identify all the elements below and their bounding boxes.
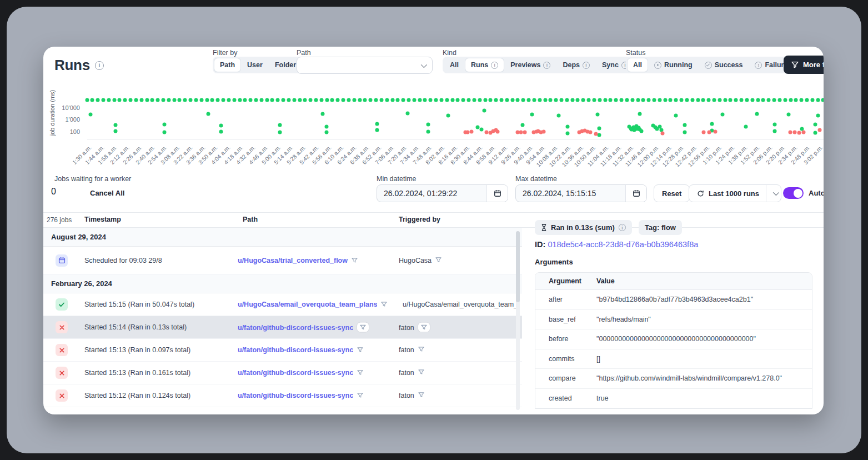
success-run-point[interactable] [385, 98, 389, 102]
success-run-point[interactable] [614, 98, 618, 102]
success-run-point[interactable] [560, 98, 564, 102]
more-filters-button[interactable]: More f [784, 56, 824, 74]
success-run-point[interactable] [750, 98, 754, 102]
failed-run-point[interactable] [714, 130, 718, 134]
run-path-link[interactable]: u/faton/github-discord-issues-sync [238, 369, 353, 377]
success-run-point[interactable] [189, 98, 193, 102]
success-run-point[interactable] [627, 124, 631, 128]
success-run-point[interactable] [461, 98, 465, 102]
success-run-point[interactable] [145, 98, 149, 102]
filter-by-path-button[interactable]: Path [214, 58, 240, 72]
success-run-point[interactable] [557, 114, 561, 118]
success-run-point[interactable] [549, 98, 553, 102]
success-run-point[interactable] [427, 130, 430, 134]
success-run-point[interactable] [658, 124, 661, 128]
success-run-point[interactable] [478, 98, 481, 102]
success-run-point[interactable] [565, 98, 569, 102]
success-run-point[interactable] [800, 127, 804, 131]
success-run-point[interactable] [783, 98, 787, 102]
success-run-point[interactable] [96, 98, 100, 102]
success-run-point[interactable] [375, 122, 379, 126]
success-run-point[interactable] [259, 98, 263, 102]
success-run-point[interactable] [625, 98, 629, 102]
success-run-point[interactable] [456, 98, 460, 102]
success-run-point[interactable] [205, 98, 209, 102]
success-run-point[interactable] [794, 98, 798, 102]
run-path-link[interactable]: u/faton/github-discord-issues-sync [238, 392, 353, 399]
success-run-point[interactable] [635, 127, 639, 131]
kind-deps-button[interactable]: Deps [557, 58, 595, 72]
failed-run-point[interactable] [802, 130, 806, 134]
failed-run-point[interactable] [523, 130, 526, 134]
success-run-point[interactable] [476, 126, 480, 129]
success-run-point[interactable] [467, 98, 471, 102]
success-run-point[interactable] [265, 98, 269, 102]
success-run-point[interactable] [369, 98, 373, 102]
success-run-point[interactable] [134, 98, 138, 102]
success-run-point[interactable] [609, 98, 613, 102]
failed-run-point[interactable] [466, 131, 470, 134]
success-run-point[interactable] [319, 98, 323, 102]
success-run-point[interactable] [342, 98, 345, 102]
success-run-point[interactable] [89, 113, 93, 117]
success-run-point[interactable] [740, 98, 744, 102]
triggered-by-filter-icon[interactable] [418, 323, 430, 332]
success-run-point[interactable] [303, 98, 307, 102]
success-run-point[interactable] [521, 123, 525, 127]
run-path-link[interactable]: u/faton/github-discord-issues-sync [238, 346, 353, 354]
triggered-by-filter-icon[interactable] [435, 257, 441, 264]
info-icon[interactable] [619, 224, 626, 231]
success-run-point[interactable] [696, 98, 700, 102]
failed-run-point[interactable] [788, 131, 792, 134]
success-run-point[interactable] [595, 112, 599, 116]
success-run-point[interactable] [543, 98, 547, 102]
success-run-point[interactable] [633, 128, 636, 132]
success-run-point[interactable] [734, 98, 738, 102]
success-run-point[interactable] [521, 98, 525, 102]
success-run-point[interactable] [352, 98, 356, 102]
success-run-point[interactable] [91, 98, 94, 102]
failed-run-point[interactable] [463, 130, 467, 134]
failed-run-point[interactable] [583, 129, 587, 133]
success-run-point[interactable] [321, 112, 325, 116]
success-run-point[interactable] [243, 98, 247, 102]
success-run-point[interactable] [112, 98, 116, 102]
success-run-point[interactable] [178, 98, 182, 102]
failed-run-point[interactable] [495, 130, 499, 134]
success-run-point[interactable] [114, 123, 118, 127]
success-run-point[interactable] [479, 127, 483, 131]
max-datetime-calendar-button[interactable] [625, 185, 646, 202]
success-run-point[interactable] [816, 113, 820, 117]
run-id-value[interactable]: 018de5c4-acc8-23d8-d76a-b0b396463f8a [548, 240, 698, 249]
success-run-point[interactable] [489, 98, 493, 102]
success-run-point[interactable] [674, 113, 678, 117]
last-runs-dropdown[interactable] [766, 185, 777, 202]
success-run-point[interactable] [786, 113, 790, 117]
path-filter-select[interactable] [297, 57, 433, 74]
success-run-point[interactable] [789, 98, 792, 102]
success-run-point[interactable] [723, 98, 727, 102]
success-run-point[interactable] [777, 98, 781, 102]
success-run-point[interactable] [232, 98, 236, 102]
success-run-point[interactable] [530, 113, 534, 117]
success-run-point[interactable] [287, 98, 290, 102]
success-run-point[interactable] [278, 123, 282, 127]
success-run-point[interactable] [655, 127, 659, 131]
triggered-by-filter-icon[interactable] [418, 369, 424, 377]
failed-run-point[interactable] [702, 131, 706, 134]
success-run-point[interactable] [538, 98, 541, 102]
success-run-point[interactable] [800, 98, 804, 102]
failed-run-point[interactable] [515, 131, 519, 134]
success-run-point[interactable] [744, 124, 748, 128]
success-run-point[interactable] [603, 98, 607, 102]
success-run-point[interactable] [85, 98, 89, 102]
success-run-point[interactable] [276, 98, 280, 102]
status-success-button[interactable]: Success [699, 58, 749, 72]
success-run-point[interactable] [336, 98, 340, 102]
success-run-point[interactable] [638, 112, 642, 116]
success-run-point[interactable] [207, 112, 210, 116]
min-datetime-field[interactable]: 26.02.2024, 01:29:22 [377, 184, 508, 202]
success-run-point[interactable] [576, 98, 580, 102]
success-run-point[interactable] [156, 98, 160, 102]
success-run-point[interactable] [598, 133, 601, 137]
